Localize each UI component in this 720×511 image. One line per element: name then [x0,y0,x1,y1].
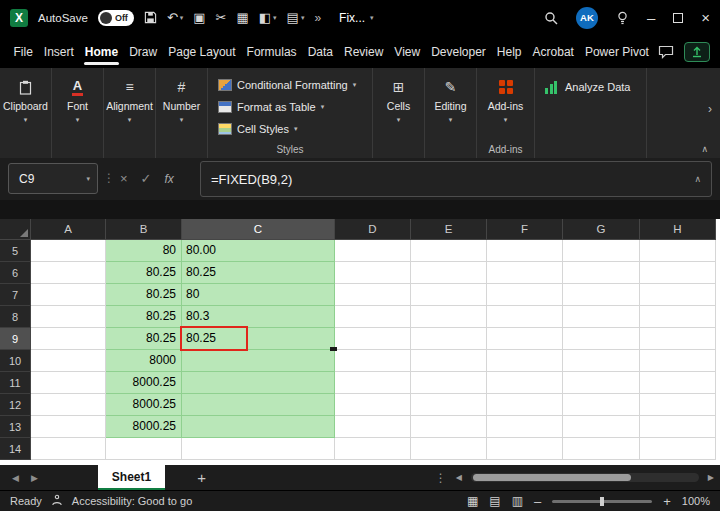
row-header-12[interactable]: 12 [0,394,31,416]
column-header-A[interactable]: A [31,219,106,240]
conditional-formatting-button[interactable]: Conditional Formatting ▾ [218,75,356,95]
menu-tab-page-layout[interactable]: Page Layout [163,36,241,68]
cell-F12[interactable] [487,394,563,416]
cell-B12[interactable]: 8000.25 [106,394,182,416]
picture-icon[interactable]: ▦ [237,11,249,24]
cell-G11[interactable] [563,372,640,394]
menu-tab-view[interactable]: View [389,36,426,68]
cell-C5[interactable]: 80.00 [182,240,335,262]
cell-A10[interactable] [31,350,106,372]
ribbon-group-number[interactable]: # Number ▾ [156,68,208,158]
cell-D7[interactable] [335,284,411,306]
row-header-9[interactable]: 9 [0,328,31,350]
ribbon-scroll-right-icon[interactable]: › [708,102,712,116]
menu-tab-file[interactable]: File [8,36,38,68]
cell-H12[interactable] [640,394,716,416]
cell-E8[interactable] [411,306,487,328]
cell-D12[interactable] [335,394,411,416]
cell-E6[interactable] [411,262,487,284]
menu-tab-home[interactable]: Home [79,36,123,68]
cell-H8[interactable] [640,306,716,328]
cell-F9[interactable] [487,328,563,350]
collapse-ribbon-icon[interactable]: ∧ [701,144,708,154]
cell-D6[interactable] [335,262,411,284]
page-break-view-icon[interactable]: ▥ [512,494,523,508]
quick-access-overflow-icon[interactable]: » [314,12,321,24]
cell-F7[interactable] [487,284,563,306]
row-header-8[interactable]: 8 [0,306,31,328]
ribbon-group-alignment[interactable]: ≡ Alignment ▾ [104,68,156,158]
name-box[interactable]: C9 ▾ [8,163,98,194]
save-icon[interactable] [144,11,157,24]
format-painter-button[interactable]: ◧▾ [259,11,277,24]
format-as-table-button[interactable]: Format as Table ▾ [218,97,324,117]
cell-B6[interactable]: 80.25 [106,262,182,284]
cell-G7[interactable] [563,284,640,306]
cell-D5[interactable] [335,240,411,262]
cell-B8[interactable]: 80.25 [106,306,182,328]
cell-A14[interactable] [31,438,106,460]
cell-B13[interactable]: 8000.25 [106,416,182,438]
cell-G12[interactable] [563,394,640,416]
cell-C6[interactable]: 80.25 [182,262,335,284]
search-icon[interactable] [544,11,558,25]
cell-F5[interactable] [487,240,563,262]
close-button[interactable]: × [701,9,710,26]
enter-icon[interactable]: ✓ [141,171,152,186]
cell-C8[interactable]: 80.3 [182,306,335,328]
collapse-formula-bar-icon[interactable]: ∧ [694,174,701,184]
row-header-5[interactable]: 5 [0,240,31,262]
hscroll-right-icon[interactable]: ▶ [708,473,714,482]
cell-E9[interactable] [411,328,487,350]
zoom-level[interactable]: 100% [682,495,710,507]
cell-G13[interactable] [563,416,640,438]
cell-H13[interactable] [640,416,716,438]
cell-C14[interactable] [182,438,335,460]
cell-C13[interactable] [182,416,335,438]
cell-E13[interactable] [411,416,487,438]
cell-F13[interactable] [487,416,563,438]
lightbulb-icon[interactable] [616,11,629,25]
row-header-6[interactable]: 6 [0,262,31,284]
avatar[interactable]: AK [576,7,598,29]
row-header-14[interactable]: 14 [0,438,31,460]
cell-C10[interactable] [182,350,335,372]
cell-H9[interactable] [640,328,716,350]
cell-E11[interactable] [411,372,487,394]
cell-E12[interactable] [411,394,487,416]
zoom-slider[interactable] [552,500,652,503]
ribbon-group-font[interactable]: A Font ▾ [52,68,104,158]
document-title[interactable]: Fix... ▾ [339,11,374,25]
select-all-corner[interactable] [0,219,31,240]
comments-icon[interactable] [658,45,674,59]
autosave-toggle[interactable]: Off [98,10,134,26]
hscroll-left-icon[interactable]: ◀ [456,473,462,482]
sort-filter-button[interactable]: ▤▾ [287,11,305,24]
column-header-G[interactable]: G [563,219,640,240]
tabbar-kebab-icon[interactable]: ⋮ [435,471,447,485]
ribbon-group-editing[interactable]: ✎ Editing ▾ [425,68,477,158]
cell-styles-button[interactable]: Cell Styles ▾ [218,119,297,139]
cell-B11[interactable]: 8000.25 [106,372,182,394]
next-sheet-icon[interactable]: ▶ [31,473,38,483]
cut-icon[interactable]: ✂ [216,11,227,24]
cell-H6[interactable] [640,262,716,284]
cell-C7[interactable]: 80 [182,284,335,306]
cell-E5[interactable] [411,240,487,262]
column-header-H[interactable]: H [640,219,716,240]
cell-B10[interactable]: 8000 [106,350,182,372]
cell-E14[interactable] [411,438,487,460]
cell-B14[interactable] [106,438,182,460]
cell-G14[interactable] [563,438,640,460]
cell-G8[interactable] [563,306,640,328]
cell-C12[interactable] [182,394,335,416]
column-header-F[interactable]: F [487,219,563,240]
excel-logo-icon[interactable]: X [10,9,28,27]
cell-A8[interactable] [31,306,106,328]
menu-tab-insert[interactable]: Insert [38,36,79,68]
cell-F6[interactable] [487,262,563,284]
column-header-C[interactable]: C [182,219,335,240]
analyze-data-button[interactable]: Analyze Data [535,68,647,158]
ribbon-group-cells[interactable]: ⊞ Cells ▾ [373,68,425,158]
cell-H14[interactable] [640,438,716,460]
